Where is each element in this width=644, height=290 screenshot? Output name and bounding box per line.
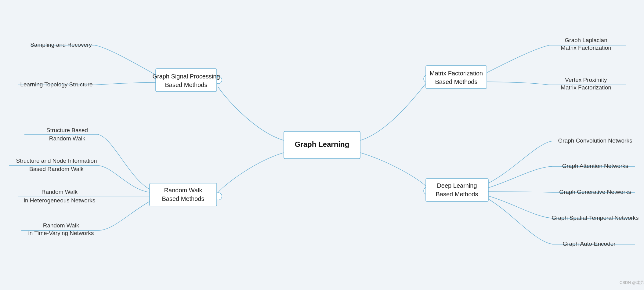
sampling-leaf: Sampling and Recovery	[30, 42, 92, 48]
nodeinfo-line2: Based Random Walk	[29, 166, 84, 172]
gcn-leaf: Graph Convolution Networks	[558, 137, 632, 144]
dl-node-box	[426, 179, 488, 201]
time-line2: in Time-Varying Networks	[28, 230, 94, 236]
mind-map: Graph Learning − Graph Signal Processing…	[0, 0, 644, 290]
stn-leaf: Graph Spatial-Temporal Networks	[552, 215, 639, 221]
line-rw-struct	[98, 134, 150, 189]
line-dl-stn	[488, 196, 552, 218]
laplacian-line1: Graph Laplacian	[565, 37, 607, 43]
line-dl-gan	[488, 166, 552, 188]
struct-rw-line2: Random Walk	[49, 135, 85, 142]
line-dl-ggn	[488, 192, 552, 192]
curve-center-to-mf	[360, 82, 427, 140]
dl-label-2: Based Methods	[436, 191, 478, 198]
watermark: CSDN @建男666	[620, 280, 644, 285]
topology-leaf: Learning Topology Structure	[20, 81, 92, 88]
curve-center-to-gsp	[218, 87, 284, 140]
mf-label-1: Matrix Factorization	[430, 70, 483, 77]
line-mf-laplacian	[487, 45, 549, 73]
laplacian-line2: Matrix Factorization	[561, 45, 611, 51]
rw-label-2: Based Methods	[162, 195, 204, 202]
dl-label-1: Deep Learning	[437, 182, 477, 189]
curve-center-to-dl	[360, 153, 427, 188]
line-mf-vertex	[487, 82, 549, 85]
line-rw-time	[98, 201, 150, 230]
line-gsp-sampling	[95, 45, 156, 75]
line-rw-nodeinfo	[98, 165, 150, 192]
hetero-line2: in Heterogeneous Networks	[24, 197, 95, 204]
line-dl-gcn	[488, 141, 552, 183]
vertex-line2: Matrix Factorization	[561, 84, 611, 91]
hetero-line1: Random Walk	[42, 189, 78, 195]
minus-rw: −	[217, 193, 220, 199]
curve-center-to-rw	[218, 153, 284, 192]
line-dl-ae	[488, 199, 552, 244]
gsp-label-2: Based Methods	[165, 82, 208, 88]
struct-rw-line1: Structure Based	[46, 127, 88, 133]
mf-label-2: Based Methods	[435, 78, 478, 85]
time-line1: Random Walk	[43, 222, 79, 229]
rw-label-1: Random Walk	[164, 187, 203, 194]
center-node-label: Graph Learning	[295, 140, 349, 148]
vertex-line1: Vertex Proximity	[565, 77, 607, 83]
gsp-label-1: Graph Signal Processing	[152, 73, 220, 80]
ggn-leaf: Graph Generative Networks	[559, 189, 631, 195]
ae-leaf: Graph Auto-Encoder	[563, 241, 616, 247]
rw-node-box	[150, 183, 217, 206]
gan-leaf: Graph Attention Networks	[562, 163, 628, 169]
line-gsp-topology	[95, 82, 156, 85]
nodeinfo-line1: Structure and Node Information	[16, 158, 97, 164]
